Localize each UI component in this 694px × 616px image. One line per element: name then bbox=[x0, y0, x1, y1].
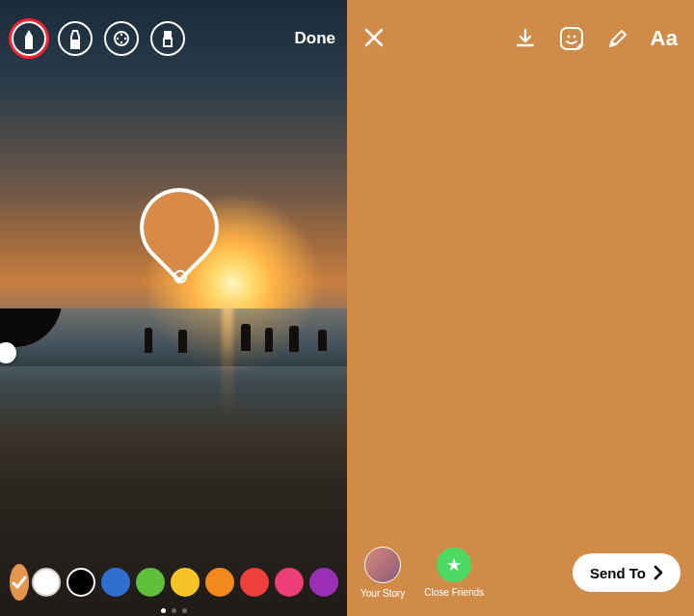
eraser-tool-button[interactable] bbox=[150, 21, 185, 56]
person-silhouette bbox=[145, 328, 152, 353]
color-swatch-orange[interactable] bbox=[205, 568, 234, 597]
your-story-avatar bbox=[364, 547, 401, 583]
edit-toolbar: Aa bbox=[347, 19, 694, 58]
person-silhouette bbox=[178, 330, 187, 353]
eraser-icon bbox=[161, 28, 174, 49]
draw-button[interactable] bbox=[603, 24, 632, 53]
chevron-right-icon bbox=[650, 564, 667, 581]
color-swatch-purple[interactable] bbox=[309, 568, 338, 597]
sticker-smile-icon bbox=[559, 26, 584, 51]
pager-dot bbox=[161, 608, 166, 613]
color-swatch-red[interactable] bbox=[240, 568, 269, 597]
story-draw-screen: Done bbox=[0, 0, 347, 616]
color-swatch-green[interactable] bbox=[136, 568, 165, 597]
color-swatch-pink[interactable] bbox=[275, 568, 304, 597]
svg-point-4 bbox=[117, 38, 119, 40]
chisel-tool-button[interactable] bbox=[58, 21, 93, 56]
svg-point-8 bbox=[568, 36, 571, 39]
text-button[interactable]: Aa bbox=[650, 24, 679, 53]
done-button[interactable]: Done bbox=[295, 29, 336, 48]
person-silhouette bbox=[265, 328, 273, 352]
pen-marker-icon bbox=[21, 28, 37, 49]
color-swatch-yellow[interactable] bbox=[171, 568, 200, 597]
close-icon bbox=[362, 26, 386, 49]
color-swatch-strip[interactable] bbox=[0, 564, 347, 601]
check-icon bbox=[10, 573, 29, 592]
draw-pen-icon bbox=[606, 27, 629, 50]
close-friends-target[interactable]: Close Friends bbox=[424, 548, 484, 598]
svg-point-3 bbox=[120, 41, 122, 43]
eyedropper-target-dot bbox=[174, 270, 187, 283]
send-to-button[interactable]: Send To bbox=[573, 553, 681, 592]
close-friends-label: Close Friends bbox=[424, 587, 484, 598]
svg-point-1 bbox=[120, 34, 122, 36]
send-to-label: Send To bbox=[590, 565, 646, 581]
person-silhouette bbox=[318, 330, 327, 351]
your-story-target[interactable]: Your Story bbox=[360, 547, 405, 599]
pager-dot bbox=[182, 608, 187, 613]
person-silhouette bbox=[289, 326, 299, 352]
color-swatch-black[interactable] bbox=[67, 568, 95, 597]
svg-rect-6 bbox=[164, 39, 172, 46]
chisel-marker-icon bbox=[67, 28, 83, 49]
neon-tool-button[interactable] bbox=[104, 21, 139, 56]
download-icon bbox=[514, 27, 537, 50]
close-friends-star-icon bbox=[437, 548, 471, 582]
story-solid-fill-background bbox=[347, 0, 694, 616]
story-edit-screen: Aa Your Story Close Friends Send To bbox=[347, 0, 694, 616]
pen-tool-button[interactable] bbox=[12, 21, 46, 56]
close-button[interactable] bbox=[362, 26, 387, 51]
share-bar: Your Story Close Friends Send To bbox=[347, 547, 694, 599]
color-swatch-white[interactable] bbox=[32, 568, 61, 597]
svg-point-2 bbox=[124, 38, 126, 40]
pager-dot bbox=[172, 608, 176, 613]
sun-reflection bbox=[222, 302, 233, 417]
person-silhouette bbox=[241, 324, 251, 351]
svg-rect-5 bbox=[164, 31, 172, 39]
color-swatch-blue[interactable] bbox=[101, 568, 130, 597]
color-swatch-eyedropper[interactable] bbox=[10, 564, 29, 601]
your-story-label: Your Story bbox=[360, 588, 405, 599]
stickers-button[interactable] bbox=[557, 24, 586, 53]
save-button[interactable] bbox=[511, 24, 540, 53]
draw-toolbar: Done bbox=[0, 17, 347, 60]
swatch-pager-dots bbox=[0, 608, 347, 613]
svg-point-9 bbox=[574, 36, 576, 39]
neon-brush-icon bbox=[112, 29, 131, 48]
